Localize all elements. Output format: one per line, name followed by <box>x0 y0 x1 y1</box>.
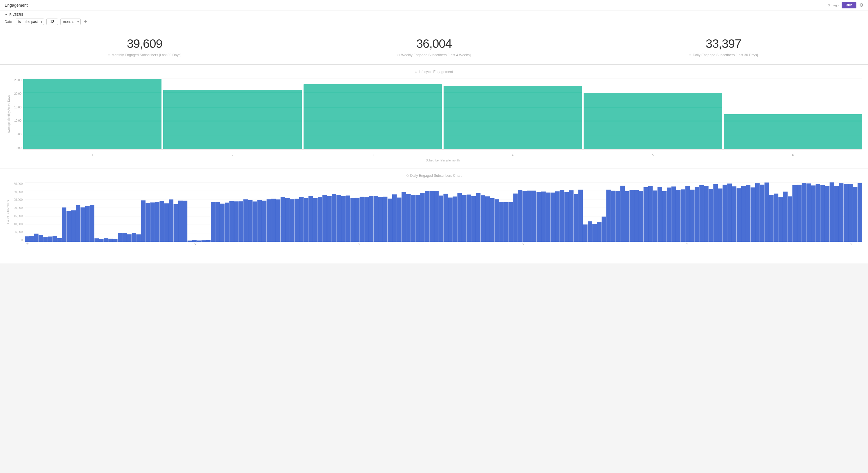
x-label-1: 1 <box>23 154 161 157</box>
timestamp: 3m ago <box>828 3 839 7</box>
page-title: Engagement <box>5 3 28 7</box>
daily-y-tick-0: 0 <box>21 239 23 242</box>
bar-group-2 <box>163 78 302 150</box>
kpi-row: 39,609 Monthly Engaged Subscribers [Last… <box>0 28 868 65</box>
kpi-label-daily: Daily Engaged Subscribers [Last 30 Days] <box>585 53 862 57</box>
daily-y-label: Count Subscribers <box>7 200 10 224</box>
lifecycle-y-ticks: 25.00 20.00 15.00 10.00 5.00 0.00 <box>11 78 23 150</box>
bar-group-1 <box>23 78 161 150</box>
daily-y-tick-7: 35,000 <box>13 182 23 186</box>
condition-select[interactable]: is in the past <box>16 19 44 25</box>
filters-label: FILTERS <box>9 13 24 16</box>
lifecycle-chart-title: Lifecycle Engagement <box>6 70 862 74</box>
condition-select-wrapper: is in the past <box>16 19 44 25</box>
bar-6 <box>724 114 862 150</box>
daily-y-axis-label-container: Count Subscribers <box>6 182 10 242</box>
x-date-label-4: 2019/11 <box>521 243 528 245</box>
kpi-value-weekly: 36,004 <box>295 37 572 51</box>
settings-icon[interactable]: ⚙ <box>859 2 863 8</box>
lifecycle-x-title: Subscriber lifecycle month <box>23 159 862 162</box>
daily-chart-section: Daily Engaged Subscribers Chart Count Su… <box>0 169 868 263</box>
top-bar-actions: 3m ago Run ⚙ <box>828 2 863 8</box>
x-date-label-6: 2020/02/28 <box>849 243 858 245</box>
daily-y-tick-6: 30,000 <box>13 190 23 194</box>
lifecycle-x-labels: 1 2 3 4 5 6 <box>23 154 862 157</box>
x-date-label-2: 2019/05 <box>193 243 200 245</box>
period-select-wrapper: months days weeks years <box>60 19 81 25</box>
y-tick-5: 25.00 <box>14 78 22 82</box>
y-tick-1: 5.00 <box>16 133 22 136</box>
bar-1 <box>23 78 161 150</box>
daily-y-tick-5: 25,000 <box>13 198 23 201</box>
y-tick-0: 0.00 <box>16 146 22 150</box>
date-filter-label: Date <box>5 20 13 24</box>
filters-toggle[interactable]: ▼ FILTERS <box>5 13 863 16</box>
bar-2 <box>163 90 302 150</box>
filter-row: Date is in the past months days weeks ye… <box>5 19 863 25</box>
x-date-label-5: 2020/01 <box>685 243 692 245</box>
y-tick-2: 10.00 <box>14 119 22 122</box>
kpi-card-daily: 33,397 Daily Engaged Subscribers [Last 3… <box>579 28 868 64</box>
kpi-card-monthly: 39,609 Monthly Engaged Subscribers [Last… <box>0 28 289 64</box>
x-label-2: 2 <box>163 154 302 157</box>
bar-3 <box>304 84 442 150</box>
lifecycle-bars-area <box>23 78 862 150</box>
top-bar: Engagement 3m ago Run ⚙ <box>0 0 868 10</box>
lifecycle-chart-section: Lifecycle Engagement Average Monthly Act… <box>0 65 868 168</box>
y-axis-label-container: Average Monthly Active Days <box>6 78 11 150</box>
daily-chart-title: Daily Engaged Subscribers Chart <box>6 174 862 178</box>
filters-section: ▼ FILTERS Date is in the past months day… <box>0 10 868 28</box>
daily-x-labels: 2019/02/03 2019/05 2019/08 2019/11 2020/… <box>25 243 862 247</box>
bar-group-5 <box>584 78 722 150</box>
daily-y-ticks: 35,000 30,000 25,000 20,000 15,000 10,00… <box>10 182 24 242</box>
bar-5 <box>584 93 722 150</box>
run-button[interactable]: Run <box>842 2 857 8</box>
daily-y-tick-1: 5,000 <box>16 230 23 233</box>
bar-group-6 <box>724 78 862 150</box>
lifecycle-chart-wrapper: Average Monthly Active Days 25.00 20.00 … <box>6 78 862 163</box>
x-date-label-3: 2019/08 <box>357 243 365 245</box>
daily-y-tick-3: 15,000 <box>13 215 23 218</box>
kpi-label-weekly: Weekly Engaged Subscribers [Last 4 Weeks… <box>295 53 572 57</box>
bar-group-4 <box>443 78 582 150</box>
x-date-label-1: 2019/02/03 <box>26 243 35 245</box>
add-filter-button[interactable]: + <box>83 19 88 24</box>
lifecycle-title-dot <box>415 71 417 73</box>
daily-y-tick-2: 10,000 <box>13 223 23 226</box>
kpi-label-monthly: Monthly Engaged Subscribers [Last 30 Day… <box>6 53 283 57</box>
kpi-card-weekly: 36,004 Weekly Engaged Subscribers [Last … <box>289 28 579 64</box>
period-number-input[interactable] <box>46 19 58 25</box>
x-label-5: 5 <box>584 154 722 157</box>
bar-group-3 <box>304 78 442 150</box>
daily-bars-container <box>25 182 862 242</box>
kpi-value-monthly: 39,609 <box>6 37 283 51</box>
daily-y-tick-4: 20,000 <box>13 207 23 210</box>
daily-x-axis: 2019/02/03 2019/05 2019/08 2019/11 2020/… <box>25 243 862 258</box>
lifecycle-y-label: Average Monthly Active Days <box>7 95 10 133</box>
bar-4 <box>443 86 582 150</box>
kpi-value-daily: 33,397 <box>585 37 862 51</box>
period-select[interactable]: months days weeks years <box>60 19 81 25</box>
filter-arrow-icon: ▼ <box>5 13 7 16</box>
kpi-dot-daily <box>689 54 691 56</box>
x-label-4: 4 <box>443 154 582 157</box>
daily-chart-wrapper: Count Subscribers 35,000 30,000 25,000 2… <box>6 182 862 258</box>
kpi-dot-monthly <box>108 54 110 56</box>
x-label-3: 3 <box>304 154 442 157</box>
x-label-6: 6 <box>724 154 862 157</box>
kpi-dot-weekly <box>398 54 400 56</box>
daily-title-dot <box>406 175 409 177</box>
y-tick-3: 15.00 <box>14 106 22 109</box>
daily-chart-canvas <box>25 182 862 242</box>
y-tick-4: 20.00 <box>14 92 22 95</box>
